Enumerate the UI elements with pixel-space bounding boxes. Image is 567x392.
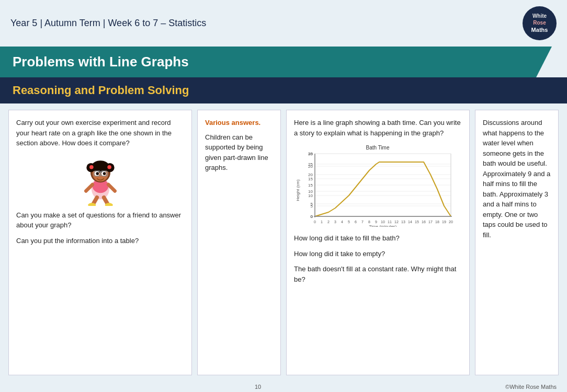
svg-line-17 <box>108 185 115 191</box>
left-answer-text: Various answers. Children can be support… <box>205 118 273 173</box>
svg-text:10: 10 <box>381 220 385 224</box>
answer-line2: Children can be supported by being given… <box>205 132 273 173</box>
graph-container: Bath Time 0 5 10 15 <box>294 143 462 229</box>
copyright: ©White Rose Maths <box>505 384 557 390</box>
logo-line3: Maths <box>531 26 548 33</box>
svg-text:5: 5 <box>348 220 350 224</box>
svg-text:7: 7 <box>361 220 364 224</box>
top-bar: Year 5 | Autumn Term | Week 6 to 7 – Sta… <box>0 0 567 47</box>
content-area: Carry out your own exercise experiment a… <box>0 103 567 382</box>
footer: 10 ©White Rose Maths <box>0 382 567 392</box>
svg-line-16 <box>86 185 92 191</box>
title-text: Problems with Line Graphs <box>13 54 554 70</box>
right-q3: The bath doesn't fill at a constant rate… <box>294 264 462 284</box>
logo: White Rose Maths <box>523 6 557 40</box>
title-banner: Problems with Line Graphs <box>0 47 567 77</box>
svg-point-6 <box>91 160 109 172</box>
right-question-card: Here is a line graph showing a bath time… <box>286 110 470 375</box>
left-question-card: Carry out your own exercise experiment a… <box>8 110 192 375</box>
svg-point-7 <box>89 165 94 169</box>
section-header: Reasoning and Problem Solving <box>0 77 567 103</box>
svg-text:8: 8 <box>368 220 370 224</box>
svg-text:0: 0 <box>314 220 316 224</box>
svg-text:17: 17 <box>428 220 433 224</box>
svg-text:3: 3 <box>334 220 336 224</box>
right-answer-text: Discussions around what happens to the w… <box>483 118 551 240</box>
svg-text:20: 20 <box>308 172 313 177</box>
svg-text:Height (cm): Height (cm) <box>296 179 300 201</box>
left-para3: Can you put the information into a table… <box>16 236 184 246</box>
graph-title: Bath Time <box>366 145 389 151</box>
header-title: Year 5 | Autumn Term | Week 6 to 7 – Sta… <box>10 18 206 29</box>
svg-point-8 <box>107 165 111 169</box>
girl-svg <box>77 154 124 206</box>
svg-text:20: 20 <box>449 220 453 224</box>
svg-text:15: 15 <box>415 220 419 224</box>
svg-text:11: 11 <box>388 220 392 224</box>
svg-text:Time (minutes): Time (minutes) <box>369 224 396 227</box>
logo-line1: White <box>532 13 547 19</box>
page-layout: Year 5 | Autumn Term | Week 6 to 7 – Sta… <box>0 0 567 392</box>
svg-text:14: 14 <box>408 220 412 224</box>
svg-text:25: 25 <box>308 162 313 167</box>
right-answer-card: Discussions around what happens to the w… <box>475 110 559 375</box>
right-q2: How long did it take to empty? <box>294 249 462 259</box>
page-number: 10 <box>255 384 261 390</box>
svg-text:15: 15 <box>308 183 313 188</box>
svg-text:5: 5 <box>311 204 313 209</box>
svg-text:9: 9 <box>375 220 377 224</box>
svg-text:4: 4 <box>341 220 343 224</box>
svg-text:13: 13 <box>401 220 405 224</box>
svg-text:10: 10 <box>308 193 313 198</box>
svg-point-11 <box>96 172 99 175</box>
svg-text:30: 30 <box>308 152 313 156</box>
svg-text:16: 16 <box>422 220 426 224</box>
bath-line <box>315 162 451 216</box>
girl-illustration <box>16 154 184 206</box>
right-para1: Here is a line graph showing a bath time… <box>294 118 462 138</box>
svg-text:1: 1 <box>321 220 323 224</box>
svg-text:12: 12 <box>394 220 399 224</box>
svg-text:19: 19 <box>442 220 446 224</box>
left-para2: Can you make a set of questions for a fr… <box>16 210 184 230</box>
logo-line2: Rose <box>533 19 546 26</box>
svg-text:15: 15 <box>308 177 313 181</box>
svg-text:6: 6 <box>355 220 357 224</box>
svg-text:0: 0 <box>311 214 313 219</box>
left-answer-card: Various answers. Children can be support… <box>197 110 281 375</box>
svg-text:2: 2 <box>327 220 330 224</box>
right-q1: How long did it take to fill the bath? <box>294 233 462 244</box>
svg-text:18: 18 <box>435 220 439 224</box>
answer-line1: Various answers. <box>205 118 273 128</box>
left-para1: Carry out your own exercise experiment a… <box>16 118 184 148</box>
svg-point-12 <box>103 172 106 175</box>
section-title: Reasoning and Problem Solving <box>13 84 554 97</box>
bath-graph: Bath Time 0 5 10 15 <box>294 143 461 227</box>
